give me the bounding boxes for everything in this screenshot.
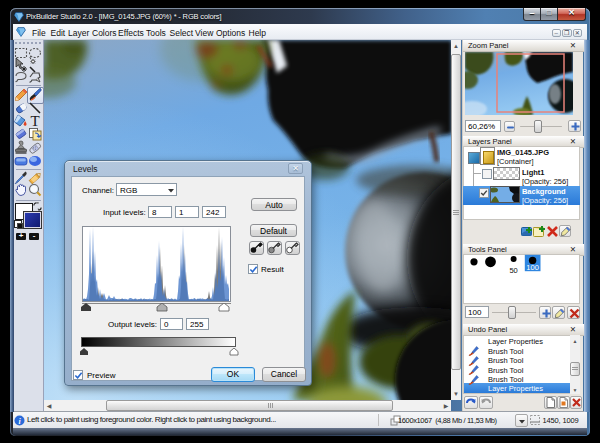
svg-text:50: 50 xyxy=(509,266,517,275)
svg-text:100: 100 xyxy=(526,263,539,272)
